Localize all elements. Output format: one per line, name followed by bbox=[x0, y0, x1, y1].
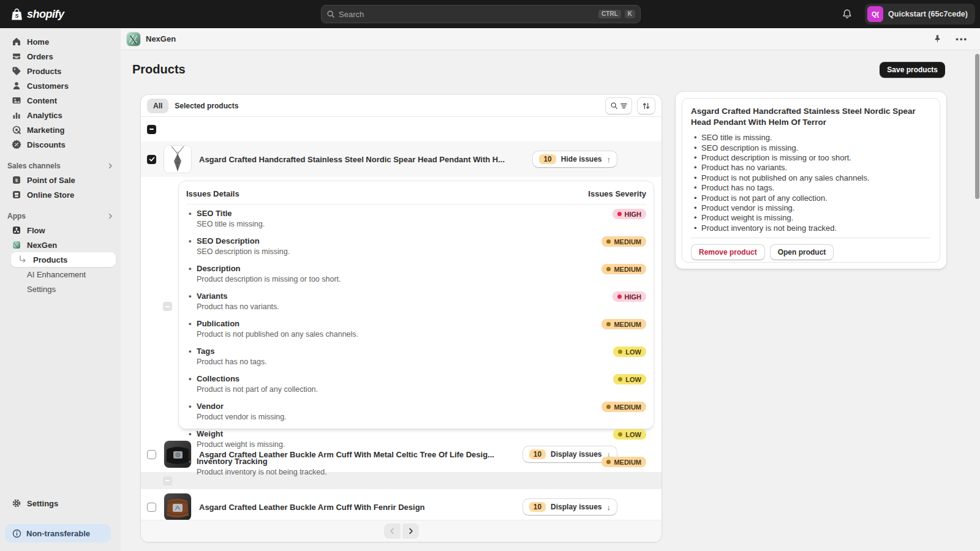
apps-heading: Apps bbox=[7, 212, 26, 220]
issue-name: Tags bbox=[186, 347, 646, 356]
sidebar-item-flow[interactable]: Flow bbox=[5, 223, 116, 238]
chevron-right-icon bbox=[407, 528, 414, 534]
severity-label: MEDIUM bbox=[614, 321, 641, 328]
sidebar-item-nexgen[interactable]: NexGen bbox=[5, 238, 116, 252]
account-menu[interactable]: Q( Quickstart (65c7cede) bbox=[865, 4, 975, 24]
severity-dot bbox=[606, 460, 611, 464]
non-transferable-badge[interactable]: Non-transferable bbox=[5, 524, 111, 542]
severity-label: MEDIUM bbox=[614, 238, 641, 246]
global-search[interactable]: CTRL K bbox=[321, 5, 641, 23]
sidebar-item-online-store[interactable]: Online Store bbox=[5, 187, 116, 202]
orders-icon bbox=[11, 51, 22, 61]
issue-row: Variants Product has no variants. HIGH bbox=[186, 287, 646, 315]
severity-label: HIGH bbox=[625, 211, 642, 218]
prev-page-button[interactable] bbox=[384, 523, 401, 539]
media-icon bbox=[11, 96, 22, 105]
sort-button[interactable] bbox=[637, 97, 655, 114]
sidebar-item-home[interactable]: Home bbox=[5, 34, 116, 49]
apps-header[interactable]: Apps bbox=[7, 212, 113, 220]
info-icon bbox=[12, 529, 21, 538]
shopify-bag-icon: S bbox=[10, 7, 24, 21]
more-actions-button[interactable]: ••• bbox=[956, 34, 968, 43]
product-detail-card: Asgard Crafted Handcrafted Stainless Ste… bbox=[676, 92, 946, 269]
severity-dot bbox=[618, 432, 622, 437]
detail-issue: Product weight is missing. bbox=[691, 213, 931, 223]
severity-dot bbox=[606, 322, 611, 326]
sidebar-item-label: AI Enhancement bbox=[27, 270, 86, 279]
shopify-logo[interactable]: S shopify bbox=[10, 7, 64, 21]
issue-description: SEO title is missing. bbox=[186, 220, 646, 228]
sidebar-item-orders[interactable]: Orders bbox=[5, 49, 116, 64]
sidebar-item-nexgen-products[interactable]: Products bbox=[11, 252, 116, 267]
display-issues-button[interactable]: 10 Display issues ↓ bbox=[522, 498, 617, 515]
severity-label: HIGH bbox=[625, 293, 642, 301]
detail-issue: Product has no tags. bbox=[691, 183, 931, 193]
remove-product-button[interactable]: Remove product bbox=[691, 244, 765, 260]
severity-badge: LOW bbox=[613, 347, 646, 357]
avatar: Q( bbox=[867, 6, 883, 22]
severity-label: MEDIUM bbox=[614, 403, 641, 411]
sidebar-item-label: Analytics bbox=[27, 111, 62, 120]
issue-name: Description bbox=[186, 264, 646, 273]
issues-severity-header: Issues Severity bbox=[588, 189, 646, 198]
search-icon bbox=[326, 10, 335, 18]
row-checkbox[interactable] bbox=[147, 450, 156, 459]
issue-description: Product has no tags. bbox=[186, 358, 646, 366]
sidebar-item-products[interactable]: Products bbox=[5, 64, 116, 78]
svg-text:$: $ bbox=[15, 178, 18, 183]
sales-channels-header[interactable]: Sales channels bbox=[7, 162, 113, 170]
issues-button-label: Hide issues bbox=[561, 155, 602, 163]
notifications-button[interactable] bbox=[842, 9, 853, 20]
product-row[interactable]: Asgard Crafted Handcrafted Stainless Ste… bbox=[141, 141, 662, 177]
list-tabs-row: All Selected products bbox=[141, 95, 662, 117]
pin-button[interactable] bbox=[933, 34, 942, 43]
severity-label: LOW bbox=[625, 348, 641, 356]
sidebar-item-settings[interactable]: Settings bbox=[5, 496, 116, 511]
issue-description: Product is not part of any collection. bbox=[186, 385, 646, 394]
search-filter-button[interactable] bbox=[605, 97, 632, 114]
severity-badge: MEDIUM bbox=[601, 264, 646, 274]
vertical-scrollbar[interactable] bbox=[975, 54, 979, 199]
severity-dot bbox=[606, 239, 611, 244]
detail-issue: Product is not part of any collection. bbox=[691, 193, 931, 203]
sidebar-item-customers[interactable]: Customers bbox=[5, 78, 116, 93]
issue-description: Product description is missing or too sh… bbox=[186, 275, 646, 283]
row-checkbox[interactable] bbox=[147, 503, 156, 512]
sidebar-item-analytics[interactable]: Analytics bbox=[5, 108, 116, 122]
issue-name: Publication bbox=[186, 319, 646, 328]
issue-count-badge: 10 bbox=[539, 154, 556, 164]
search-input[interactable] bbox=[339, 10, 595, 19]
sidebar-item-ai-enhancement[interactable]: AI Enhancement bbox=[5, 267, 116, 282]
sidebar-item-label: NexGen bbox=[27, 241, 57, 250]
account-name: Quickstart (65c7cede) bbox=[888, 10, 968, 18]
hide-issues-button[interactable]: 10 Hide issues ↑ bbox=[532, 151, 617, 168]
sidebar-item-label: Settings bbox=[27, 285, 56, 294]
gear-icon bbox=[11, 498, 22, 508]
sidebar-item-label: Products bbox=[27, 67, 61, 76]
save-products-button[interactable]: Save products bbox=[880, 62, 945, 78]
kbd-k: K bbox=[625, 10, 635, 18]
person-icon bbox=[11, 81, 22, 91]
severity-badge: MEDIUM bbox=[601, 457, 646, 467]
severity-dot bbox=[606, 267, 611, 271]
page-title: Products bbox=[132, 62, 186, 77]
nexgen-app-icon bbox=[127, 32, 140, 46]
sidebar-item-point-of-sale[interactable]: $ Point of Sale bbox=[5, 173, 116, 187]
next-page-button[interactable] bbox=[402, 523, 419, 539]
open-product-button[interactable]: Open product bbox=[770, 244, 834, 260]
sidebar-item-marketing[interactable]: Marketing bbox=[5, 122, 116, 137]
pagination bbox=[141, 520, 662, 542]
issue-row: SEO Description SEO description is missi… bbox=[186, 232, 646, 260]
sidebar-item-content[interactable]: Content bbox=[5, 93, 116, 108]
sidebar-item-discounts[interactable]: Discounts bbox=[5, 137, 116, 152]
select-all-checkbox[interactable] bbox=[147, 125, 156, 134]
pos-icon: $ bbox=[11, 175, 22, 185]
issue-row: Tags Product has no tags. LOW bbox=[186, 342, 646, 370]
sidebar-item-label: Home bbox=[27, 37, 49, 47]
tab-selected-products[interactable]: Selected products bbox=[168, 99, 244, 113]
issue-name: Variants bbox=[186, 291, 646, 301]
tab-all[interactable]: All bbox=[147, 99, 168, 113]
sidebar-item-nexgen-settings[interactable]: Settings bbox=[5, 282, 116, 296]
kbd-ctrl: CTRL bbox=[598, 10, 621, 18]
row-checkbox-checked[interactable] bbox=[147, 155, 156, 164]
